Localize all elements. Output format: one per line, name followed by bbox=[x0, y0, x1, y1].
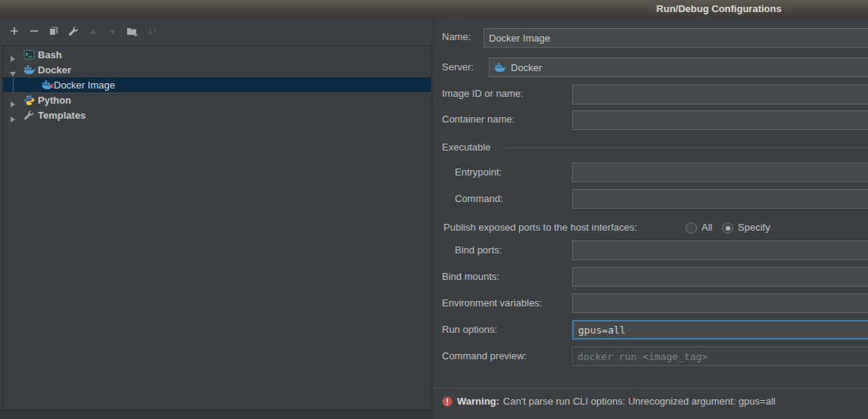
tree-item-templates[interactable]: Templates bbox=[3, 107, 431, 123]
configurations-toolbar bbox=[5, 24, 162, 42]
tree-item-python[interactable]: Python bbox=[3, 92, 431, 107]
container-name-label: Container name: bbox=[442, 113, 515, 125]
chevron-right-icon[interactable] bbox=[10, 112, 16, 118]
publish-specify-radio[interactable] bbox=[722, 222, 733, 234]
tree-item-label: Docker bbox=[38, 64, 71, 76]
add-configuration-button[interactable] bbox=[5, 24, 24, 41]
tree-item-docker-image[interactable]: Docker Image bbox=[3, 77, 431, 92]
server-label: Server: bbox=[442, 61, 474, 73]
configurations-panel: Bash Docker Docker Image Python Template… bbox=[0, 18, 432, 419]
publish-specify-radio-label[interactable]: Specify bbox=[738, 222, 770, 233]
publish-ports-label: Publish exposed ports to the host interf… bbox=[443, 222, 637, 233]
remove-configuration-button[interactable] bbox=[24, 24, 44, 41]
python-icon bbox=[23, 95, 36, 106]
copy-configuration-button[interactable] bbox=[44, 24, 64, 41]
command-preview-input bbox=[572, 346, 868, 366]
new-folder-button[interactable] bbox=[123, 24, 142, 41]
name-input[interactable] bbox=[484, 28, 868, 48]
command-preview-label: Command preview: bbox=[442, 350, 527, 362]
command-label: Command: bbox=[455, 193, 503, 204]
wrench-icon bbox=[68, 26, 79, 39]
environment-variables-input[interactable] bbox=[572, 293, 868, 313]
tree-item-bash[interactable]: Bash bbox=[3, 47, 431, 62]
copy-icon bbox=[48, 26, 59, 39]
tree-item-label: Python bbox=[38, 95, 71, 106]
run-options-input[interactable] bbox=[572, 320, 868, 340]
image-id-input[interactable] bbox=[572, 85, 868, 104]
chevron-right-icon[interactable] bbox=[10, 51, 16, 57]
chevron-right-icon[interactable] bbox=[10, 97, 16, 103]
arrow-down-icon bbox=[108, 26, 117, 39]
warning-row: Warning: Can't parse run CLI options: Un… bbox=[442, 396, 776, 407]
docker-whale-icon bbox=[23, 64, 36, 76]
entrypoint-label: Entrypoint: bbox=[455, 166, 502, 178]
docker-whale-icon bbox=[494, 62, 506, 73]
warning-divider bbox=[433, 388, 868, 389]
publish-all-radio-label[interactable]: All bbox=[702, 222, 712, 233]
configuration-form: Name: Server: Docker Image ID or name: C… bbox=[432, 18, 868, 419]
warning-prefix: Warning: bbox=[457, 396, 499, 407]
tree-item-label: Templates bbox=[38, 110, 86, 121]
bind-mounts-input[interactable] bbox=[572, 267, 868, 287]
bind-ports-label: Bind ports: bbox=[455, 244, 502, 256]
minus-icon bbox=[29, 26, 39, 39]
window-titlebar: Run/Debug Configurations bbox=[0, 0, 868, 18]
tree-item-docker[interactable]: Docker bbox=[3, 62, 431, 77]
terminal-icon bbox=[23, 49, 36, 61]
warning-message: Can't parse run CLI options: Unrecognize… bbox=[503, 396, 776, 407]
bind-ports-input[interactable] bbox=[572, 241, 868, 260]
executable-section-header: Executable bbox=[442, 141, 490, 153]
sort-configurations-button[interactable] bbox=[142, 24, 162, 41]
executable-section-divider bbox=[505, 147, 868, 148]
edit-templates-button[interactable] bbox=[64, 24, 83, 41]
arrow-up-icon bbox=[89, 26, 98, 39]
move-down-button[interactable] bbox=[103, 24, 123, 41]
warning-icon bbox=[442, 396, 453, 407]
tree-item-label: Bash bbox=[38, 49, 62, 61]
folder-plus-icon bbox=[126, 26, 138, 39]
server-value: Docker bbox=[511, 62, 542, 73]
command-input[interactable] bbox=[572, 189, 868, 209]
bind-mounts-label: Bind mounts: bbox=[442, 271, 499, 282]
name-label: Name: bbox=[442, 31, 471, 42]
error-badge-icon bbox=[48, 78, 54, 92]
environment-variables-label: Environment variables: bbox=[442, 297, 542, 309]
container-name-input[interactable] bbox=[572, 110, 868, 130]
entrypoint-input[interactable] bbox=[572, 163, 868, 182]
sort-az-icon bbox=[147, 26, 157, 39]
move-up-button[interactable] bbox=[83, 24, 103, 41]
server-combobox[interactable]: Docker bbox=[489, 57, 868, 77]
image-id-label: Image ID or name: bbox=[442, 88, 524, 99]
tree-indent-guide bbox=[13, 76, 14, 93]
wrench-icon bbox=[23, 110, 36, 121]
chevron-down-icon[interactable] bbox=[10, 67, 16, 73]
publish-all-radio[interactable] bbox=[686, 222, 697, 234]
run-options-label: Run options: bbox=[442, 324, 497, 335]
window-title: Run/Debug Configurations bbox=[590, 3, 848, 14]
configurations-tree: Bash Docker Docker Image Python Template… bbox=[2, 45, 431, 410]
plus-icon bbox=[9, 26, 20, 39]
tree-item-label: Docker Image bbox=[54, 79, 115, 91]
